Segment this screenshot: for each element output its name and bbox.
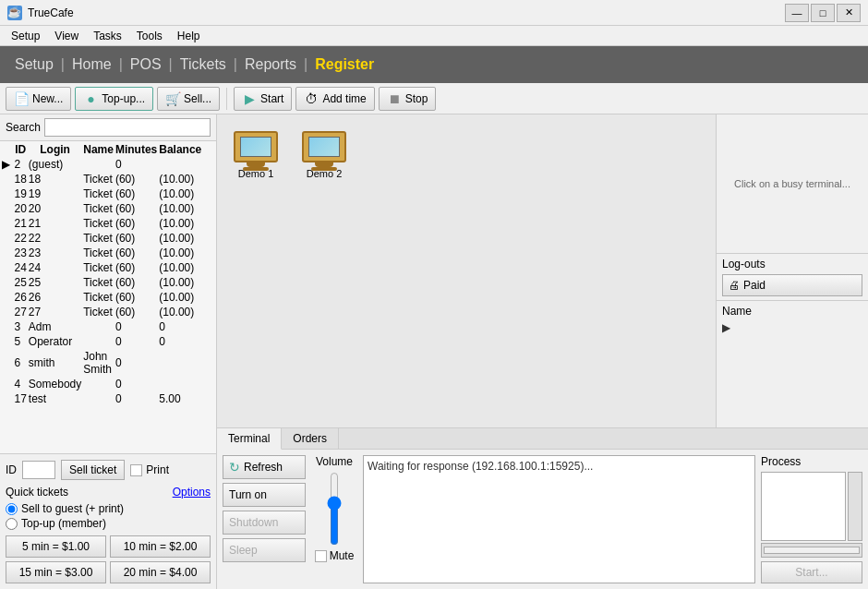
terminal-demo1[interactable]: Demo 1 xyxy=(226,124,285,186)
search-bar: Search xyxy=(0,114,216,141)
quick-tickets-options[interactable]: Options xyxy=(173,486,211,499)
logouts-section: Log-outs 🖨 Paid xyxy=(717,253,868,300)
new-icon: 📄 xyxy=(14,91,29,106)
col-minutes-header[interactable]: Minutes xyxy=(115,143,157,156)
col-extra-header xyxy=(203,143,214,156)
col-id-header[interactable]: ID xyxy=(15,143,27,156)
mute-label: Mute xyxy=(330,549,355,562)
col-arrow-header xyxy=(2,143,13,156)
table-row[interactable]: 2020Ticket(60)(10.00) xyxy=(2,202,214,215)
terminal-area[interactable]: Demo 1 Demo 2 xyxy=(217,114,716,427)
table-row[interactable]: 6smithJohn Smith0 xyxy=(2,350,214,376)
menu-view[interactable]: View xyxy=(47,28,86,44)
id-input[interactable] xyxy=(22,461,55,479)
start-small-button[interactable]: Start... xyxy=(761,561,862,583)
menu-tools[interactable]: Tools xyxy=(129,28,170,44)
refresh-icon: ↻ xyxy=(229,460,240,475)
main-content: Search ID Login Name Minutes Balance xyxy=(0,114,868,589)
nav-home[interactable]: Home xyxy=(68,56,115,73)
user-table-wrapper[interactable]: ID Login Name Minutes Balance ▶2(guest)0… xyxy=(0,141,216,453)
table-row[interactable]: 2727Ticket(60)(10.00) xyxy=(2,306,214,319)
ticket-btn-0[interactable]: 5 min = $1.00 xyxy=(6,535,106,558)
table-row[interactable]: 2424Ticket(60)(10.00) xyxy=(2,261,214,274)
table-row[interactable]: 1818Ticket(60)(10.00) xyxy=(2,173,214,186)
terminal-demo2[interactable]: Demo 2 xyxy=(295,124,354,186)
table-row[interactable]: 3Adm00 xyxy=(2,320,214,333)
stop-icon: ⏹ xyxy=(387,91,402,106)
print-label: Print xyxy=(146,463,169,476)
table-row[interactable]: 2323Ticket(60)(10.00) xyxy=(2,246,214,259)
table-row[interactable]: 2626Ticket(60)(10.00) xyxy=(2,291,214,304)
start-icon: ▶ xyxy=(242,91,257,106)
table-row[interactable]: ▶2(guest)0 xyxy=(2,158,214,171)
menu-tasks[interactable]: Tasks xyxy=(86,28,129,44)
col-login-header[interactable]: Login xyxy=(29,143,81,156)
addtime-button[interactable]: ⏱ Add time xyxy=(295,87,374,111)
far-right-panel: Click on a busy terminal... Log-outs 🖨 P… xyxy=(716,114,868,427)
topup-icon: ● xyxy=(83,91,98,106)
table-row[interactable]: 2121Ticket(60)(10.00) xyxy=(2,217,214,230)
table-row[interactable]: 1919Ticket(60)(10.00) xyxy=(2,187,214,200)
bottom-tabs: Terminal Orders xyxy=(217,428,868,450)
paid-icon: 🖨 xyxy=(729,279,740,292)
start-button[interactable]: ▶ Start xyxy=(234,87,292,111)
name-section: Name ▶ xyxy=(717,300,868,428)
sell-ticket-button[interactable]: Sell ticket xyxy=(61,460,125,480)
tab-orders[interactable]: Orders xyxy=(282,428,339,449)
terminal-controls: ↻ Refresh Turn on Shutdown Sleep xyxy=(223,455,306,583)
title-bar: ☕ TrueCafe — □ ✕ xyxy=(0,0,868,26)
click-hint-text: Click on a busy terminal... xyxy=(717,114,868,253)
turnon-button[interactable]: Turn on xyxy=(223,483,306,507)
shutdown-button[interactable]: Shutdown xyxy=(223,511,306,535)
close-button[interactable]: ✕ xyxy=(837,4,861,22)
minimize-button[interactable]: — xyxy=(785,4,809,22)
table-row[interactable]: 17test05.00 xyxy=(2,392,214,405)
new-button[interactable]: 📄 New... xyxy=(6,87,71,111)
refresh-button[interactable]: ↻ Refresh xyxy=(223,455,306,479)
process-scrollbar[interactable] xyxy=(761,543,862,558)
volume-section: Volume Mute xyxy=(311,455,357,583)
stop-button[interactable]: ⏹ Stop xyxy=(379,87,437,111)
ticket-btn-2[interactable]: 15 min = $3.00 xyxy=(6,561,106,583)
ticket-btn-3[interactable]: 20 min = $4.00 xyxy=(110,561,211,583)
maximize-button[interactable]: □ xyxy=(811,4,835,22)
id-label: ID xyxy=(6,463,17,476)
app-title: TrueCafe xyxy=(28,6,74,19)
col-balance-header[interactable]: Balance xyxy=(159,143,201,156)
nav-reports[interactable]: Reports xyxy=(241,56,300,73)
search-label: Search xyxy=(6,121,41,134)
ticket-btn-1[interactable]: 10 min = $2.00 xyxy=(110,535,211,558)
addtime-icon: ⏱ xyxy=(304,91,319,106)
name-title: Name xyxy=(722,305,862,318)
toolbar-separator xyxy=(226,88,227,110)
tab-terminal[interactable]: Terminal xyxy=(217,428,282,450)
volume-slider[interactable] xyxy=(325,472,344,546)
nav-bar: Setup | Home | POS | Tickets | Reports |… xyxy=(0,46,868,83)
process-vscroll[interactable] xyxy=(848,472,862,541)
sleep-button[interactable]: Sleep xyxy=(223,538,306,562)
search-input[interactable] xyxy=(44,118,211,137)
paid-button[interactable]: 🖨 Paid xyxy=(722,274,862,296)
table-row[interactable]: 4Somebody0 xyxy=(2,378,214,391)
sell-button[interactable]: 🛒 Sell... xyxy=(157,87,220,111)
print-checkbox[interactable] xyxy=(130,464,142,476)
col-name-header[interactable]: Name xyxy=(83,143,114,156)
logouts-title: Log-outs xyxy=(722,258,862,270)
quick-tickets-title: Quick tickets xyxy=(6,486,68,499)
table-row[interactable]: 2222Ticket(60)(10.00) xyxy=(2,232,214,245)
menu-help[interactable]: Help xyxy=(170,28,208,44)
nav-register[interactable]: Register xyxy=(311,56,378,73)
nav-tickets[interactable]: Tickets xyxy=(176,56,230,73)
nav-setup[interactable]: Setup xyxy=(11,56,57,73)
bottom-content: ↻ Refresh Turn on Shutdown Sleep xyxy=(217,450,868,589)
mute-checkbox[interactable] xyxy=(315,550,327,562)
menu-setup[interactable]: Setup xyxy=(4,28,47,44)
toolbar: 📄 New... ● Top-up... 🛒 Sell... ▶ Start ⏱… xyxy=(0,83,868,114)
table-row[interactable]: 5Operator00 xyxy=(2,335,214,348)
table-row[interactable]: 2525Ticket(60)(10.00) xyxy=(2,276,214,289)
volume-label: Volume xyxy=(316,455,353,468)
nav-pos[interactable]: POS xyxy=(127,56,165,73)
sell-guest-radio[interactable] xyxy=(6,503,18,515)
topup-member-radio[interactable] xyxy=(6,518,18,530)
topup-button[interactable]: ● Top-up... xyxy=(75,87,153,111)
